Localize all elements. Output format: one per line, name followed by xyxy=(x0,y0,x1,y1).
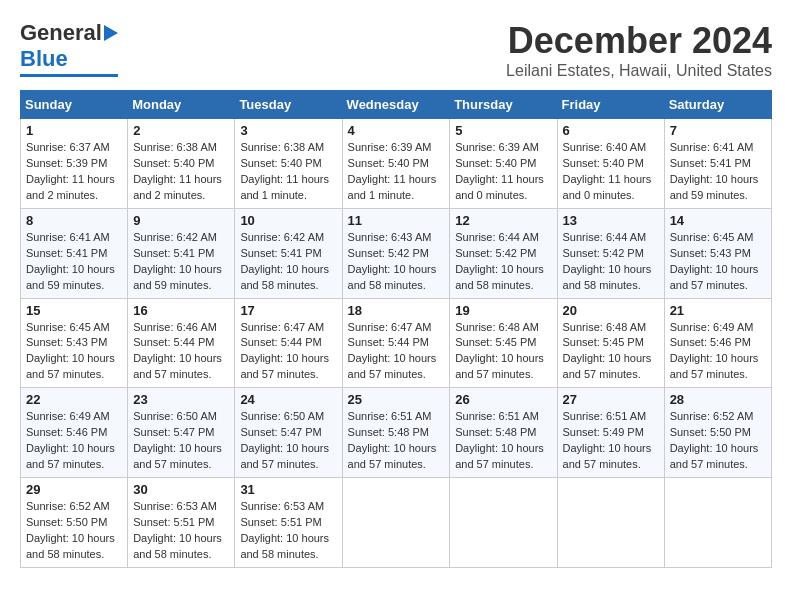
daylight-text: Daylight: 10 hours and 57 minutes. xyxy=(133,352,222,380)
daylight-text: Daylight: 10 hours and 59 minutes. xyxy=(670,173,759,201)
sunset-text: Sunset: 5:45 PM xyxy=(455,336,536,348)
sunrise-text: Sunrise: 6:50 AM xyxy=(240,410,324,422)
sunrise-text: Sunrise: 6:43 AM xyxy=(348,231,432,243)
table-row: 11 Sunrise: 6:43 AM Sunset: 5:42 PM Dayl… xyxy=(342,208,450,298)
sunset-text: Sunset: 5:44 PM xyxy=(348,336,429,348)
daylight-text: Daylight: 10 hours and 57 minutes. xyxy=(670,442,759,470)
sunrise-text: Sunrise: 6:38 AM xyxy=(133,141,217,153)
sunset-text: Sunset: 5:43 PM xyxy=(26,336,107,348)
daylight-text: Daylight: 11 hours and 1 minute. xyxy=(240,173,329,201)
sunrise-text: Sunrise: 6:49 AM xyxy=(26,410,110,422)
day-number: 8 xyxy=(26,213,122,228)
day-number: 10 xyxy=(240,213,336,228)
sunrise-text: Sunrise: 6:42 AM xyxy=(240,231,324,243)
daylight-text: Daylight: 10 hours and 58 minutes. xyxy=(563,263,652,291)
day-number: 7 xyxy=(670,123,766,138)
sunrise-text: Sunrise: 6:49 AM xyxy=(670,321,754,333)
sunset-text: Sunset: 5:41 PM xyxy=(133,247,214,259)
daylight-text: Daylight: 11 hours and 0 minutes. xyxy=(455,173,544,201)
table-row: 2 Sunrise: 6:38 AM Sunset: 5:40 PM Dayli… xyxy=(128,119,235,209)
table-row xyxy=(450,478,557,568)
daylight-text: Daylight: 10 hours and 58 minutes. xyxy=(240,532,329,560)
table-row: 20 Sunrise: 6:48 AM Sunset: 5:45 PM Dayl… xyxy=(557,298,664,388)
sunset-text: Sunset: 5:41 PM xyxy=(670,157,751,169)
sunrise-text: Sunrise: 6:40 AM xyxy=(563,141,647,153)
daylight-text: Daylight: 10 hours and 57 minutes. xyxy=(563,352,652,380)
sunset-text: Sunset: 5:39 PM xyxy=(26,157,107,169)
day-number: 24 xyxy=(240,392,336,407)
sunset-text: Sunset: 5:42 PM xyxy=(348,247,429,259)
day-info: Sunrise: 6:53 AM Sunset: 5:51 PM Dayligh… xyxy=(240,499,336,563)
daylight-text: Daylight: 11 hours and 1 minute. xyxy=(348,173,437,201)
day-number: 6 xyxy=(563,123,659,138)
table-row: 17 Sunrise: 6:47 AM Sunset: 5:44 PM Dayl… xyxy=(235,298,342,388)
calendar: Sunday Monday Tuesday Wednesday Thursday… xyxy=(20,90,772,568)
day-info: Sunrise: 6:47 AM Sunset: 5:44 PM Dayligh… xyxy=(348,320,445,384)
day-info: Sunrise: 6:41 AM Sunset: 5:41 PM Dayligh… xyxy=(26,230,122,294)
header-saturday: Saturday xyxy=(664,91,771,119)
sunset-text: Sunset: 5:41 PM xyxy=(26,247,107,259)
day-info: Sunrise: 6:42 AM Sunset: 5:41 PM Dayligh… xyxy=(240,230,336,294)
day-number: 9 xyxy=(133,213,229,228)
table-row: 14 Sunrise: 6:45 AM Sunset: 5:43 PM Dayl… xyxy=(664,208,771,298)
day-number: 22 xyxy=(26,392,122,407)
sunrise-text: Sunrise: 6:47 AM xyxy=(240,321,324,333)
day-info: Sunrise: 6:41 AM Sunset: 5:41 PM Dayligh… xyxy=(670,140,766,204)
daylight-text: Daylight: 11 hours and 2 minutes. xyxy=(26,173,115,201)
day-info: Sunrise: 6:51 AM Sunset: 5:48 PM Dayligh… xyxy=(348,409,445,473)
table-row: 7 Sunrise: 6:41 AM Sunset: 5:41 PM Dayli… xyxy=(664,119,771,209)
day-info: Sunrise: 6:42 AM Sunset: 5:41 PM Dayligh… xyxy=(133,230,229,294)
table-row xyxy=(664,478,771,568)
day-info: Sunrise: 6:39 AM Sunset: 5:40 PM Dayligh… xyxy=(348,140,445,204)
table-row: 16 Sunrise: 6:46 AM Sunset: 5:44 PM Dayl… xyxy=(128,298,235,388)
day-info: Sunrise: 6:48 AM Sunset: 5:45 PM Dayligh… xyxy=(563,320,659,384)
calendar-header-row: Sunday Monday Tuesday Wednesday Thursday… xyxy=(21,91,772,119)
day-number: 4 xyxy=(348,123,445,138)
day-number: 26 xyxy=(455,392,551,407)
table-row: 5 Sunrise: 6:39 AM Sunset: 5:40 PM Dayli… xyxy=(450,119,557,209)
header-sunday: Sunday xyxy=(21,91,128,119)
day-info: Sunrise: 6:46 AM Sunset: 5:44 PM Dayligh… xyxy=(133,320,229,384)
sunrise-text: Sunrise: 6:48 AM xyxy=(455,321,539,333)
table-row: 12 Sunrise: 6:44 AM Sunset: 5:42 PM Dayl… xyxy=(450,208,557,298)
day-info: Sunrise: 6:51 AM Sunset: 5:49 PM Dayligh… xyxy=(563,409,659,473)
table-row: 3 Sunrise: 6:38 AM Sunset: 5:40 PM Dayli… xyxy=(235,119,342,209)
day-number: 28 xyxy=(670,392,766,407)
sunrise-text: Sunrise: 6:42 AM xyxy=(133,231,217,243)
daylight-text: Daylight: 10 hours and 57 minutes. xyxy=(670,352,759,380)
logo-arrow-icon xyxy=(104,25,118,41)
day-number: 15 xyxy=(26,303,122,318)
sunrise-text: Sunrise: 6:52 AM xyxy=(670,410,754,422)
logo-underline xyxy=(20,74,118,77)
daylight-text: Daylight: 10 hours and 57 minutes. xyxy=(240,352,329,380)
header: General Blue December 2024 Leilani Estat… xyxy=(20,20,772,80)
table-row: 6 Sunrise: 6:40 AM Sunset: 5:40 PM Dayli… xyxy=(557,119,664,209)
day-info: Sunrise: 6:52 AM Sunset: 5:50 PM Dayligh… xyxy=(26,499,122,563)
sunset-text: Sunset: 5:46 PM xyxy=(670,336,751,348)
sunset-text: Sunset: 5:50 PM xyxy=(26,516,107,528)
sunset-text: Sunset: 5:46 PM xyxy=(26,426,107,438)
table-row: 1 Sunrise: 6:37 AM Sunset: 5:39 PM Dayli… xyxy=(21,119,128,209)
sunset-text: Sunset: 5:40 PM xyxy=(133,157,214,169)
calendar-week-row: 1 Sunrise: 6:37 AM Sunset: 5:39 PM Dayli… xyxy=(21,119,772,209)
sunset-text: Sunset: 5:40 PM xyxy=(455,157,536,169)
sunrise-text: Sunrise: 6:53 AM xyxy=(133,500,217,512)
sunrise-text: Sunrise: 6:44 AM xyxy=(455,231,539,243)
day-info: Sunrise: 6:49 AM Sunset: 5:46 PM Dayligh… xyxy=(26,409,122,473)
day-number: 1 xyxy=(26,123,122,138)
daylight-text: Daylight: 10 hours and 58 minutes. xyxy=(26,532,115,560)
day-number: 13 xyxy=(563,213,659,228)
table-row: 27 Sunrise: 6:51 AM Sunset: 5:49 PM Dayl… xyxy=(557,388,664,478)
day-info: Sunrise: 6:51 AM Sunset: 5:48 PM Dayligh… xyxy=(455,409,551,473)
sunrise-text: Sunrise: 6:51 AM xyxy=(455,410,539,422)
sunset-text: Sunset: 5:41 PM xyxy=(240,247,321,259)
sunrise-text: Sunrise: 6:51 AM xyxy=(348,410,432,422)
table-row: 26 Sunrise: 6:51 AM Sunset: 5:48 PM Dayl… xyxy=(450,388,557,478)
table-row: 9 Sunrise: 6:42 AM Sunset: 5:41 PM Dayli… xyxy=(128,208,235,298)
day-number: 3 xyxy=(240,123,336,138)
daylight-text: Daylight: 10 hours and 59 minutes. xyxy=(26,263,115,291)
sunrise-text: Sunrise: 6:52 AM xyxy=(26,500,110,512)
table-row: 22 Sunrise: 6:49 AM Sunset: 5:46 PM Dayl… xyxy=(21,388,128,478)
sunrise-text: Sunrise: 6:44 AM xyxy=(563,231,647,243)
day-info: Sunrise: 6:50 AM Sunset: 5:47 PM Dayligh… xyxy=(240,409,336,473)
